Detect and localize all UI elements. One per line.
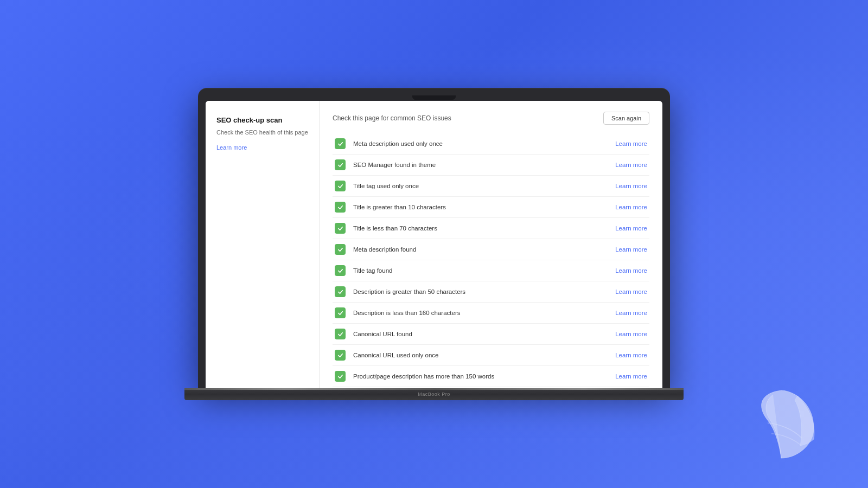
check-icon-1 [335, 159, 346, 170]
learn-more-link-0[interactable]: Learn more [615, 140, 647, 147]
main-content: Check this page for common SEO issues Sc… [320, 101, 662, 388]
screen-content: SEO check-up scan Check the SEO health o… [206, 101, 662, 388]
check-label-8: Description is less than 160 characters [353, 310, 609, 316]
sidebar-title: SEO check-up scan [216, 116, 308, 124]
check-item: Product/page description has more than 1… [333, 366, 649, 387]
check-item: Description is greater than 50 character… [333, 281, 649, 303]
check-icon-4 [335, 223, 346, 234]
check-list: Meta description used only once Learn mo… [333, 133, 649, 388]
check-label-1: SEO Manager found in theme [353, 162, 609, 168]
check-label-2: Title tag used only once [353, 183, 609, 189]
sidebar-learn-more-link[interactable]: Learn more [216, 144, 247, 151]
check-item: Meta description found Learn more [333, 239, 649, 260]
check-icon-8 [335, 307, 346, 318]
check-item: Title is greater than 10 characters Lear… [333, 197, 649, 218]
check-label-10: Canonical URL used only once [353, 352, 609, 358]
check-icon-11 [335, 371, 346, 382]
app-container: SEO check-up scan Check the SEO health o… [206, 101, 662, 388]
learn-more-link-9[interactable]: Learn more [615, 331, 647, 337]
laptop-base: MacBook Pro [184, 388, 684, 400]
check-item: Title tag found Learn more [333, 260, 649, 281]
learn-more-link-4[interactable]: Learn more [615, 225, 647, 232]
learn-more-link-11[interactable]: Learn more [615, 373, 647, 380]
learn-more-link-2[interactable]: Learn more [615, 183, 647, 189]
check-icon-6 [335, 265, 346, 276]
learn-more-link-7[interactable]: Learn more [615, 288, 647, 295]
check-label-6: Title tag found [353, 267, 609, 274]
check-label-4: Title is less than 70 characters [353, 225, 609, 232]
check-item: SEO Manager found in theme Learn more [333, 155, 649, 176]
check-icon-9 [335, 329, 346, 339]
main-header-text: Check this page for common SEO issues [333, 114, 451, 122]
sidebar: SEO check-up scan Check the SEO health o… [206, 101, 320, 388]
laptop-base-label: MacBook Pro [418, 391, 450, 397]
learn-more-link-5[interactable]: Learn more [615, 246, 647, 253]
learn-more-link-10[interactable]: Learn more [615, 352, 647, 358]
check-item: Canonical URL used only once Learn more [333, 345, 649, 366]
scan-again-button[interactable]: Scan again [603, 112, 649, 125]
check-icon-2 [335, 181, 346, 191]
check-item: Title tag used only once Learn more [333, 176, 649, 197]
check-icon-0 [335, 138, 346, 149]
leaf-logo [738, 380, 825, 466]
check-label-0: Meta description used only once [353, 140, 609, 147]
check-label-9: Canonical URL found [353, 331, 609, 337]
check-label-5: Meta description found [353, 246, 609, 253]
laptop-wrapper: SEO check-up scan Check the SEO health o… [190, 88, 678, 400]
check-item: Canonical URL found Learn more [333, 324, 649, 345]
check-item: Meta description used only once Learn mo… [333, 133, 649, 155]
check-label-7: Description is greater than 50 character… [353, 288, 609, 295]
learn-more-link-6[interactable]: Learn more [615, 267, 647, 274]
learn-more-link-3[interactable]: Learn more [615, 204, 647, 210]
laptop-notch [412, 95, 456, 100]
check-label-3: Title is greater than 10 characters [353, 204, 609, 210]
check-icon-3 [335, 202, 346, 213]
check-icon-5 [335, 244, 346, 255]
check-icon-10 [335, 350, 346, 361]
check-icon-7 [335, 286, 346, 297]
check-label-11: Product/page description has more than 1… [353, 373, 609, 380]
check-item: Description is less than 160 characters … [333, 303, 649, 324]
learn-more-link-1[interactable]: Learn more [615, 162, 647, 168]
main-header: Check this page for common SEO issues Sc… [333, 112, 649, 125]
check-item: Title is less than 70 characters Learn m… [333, 218, 649, 239]
laptop-screen: SEO check-up scan Check the SEO health o… [198, 88, 670, 388]
learn-more-link-8[interactable]: Learn more [615, 310, 647, 316]
sidebar-description: Check the SEO health of this page [216, 129, 308, 137]
